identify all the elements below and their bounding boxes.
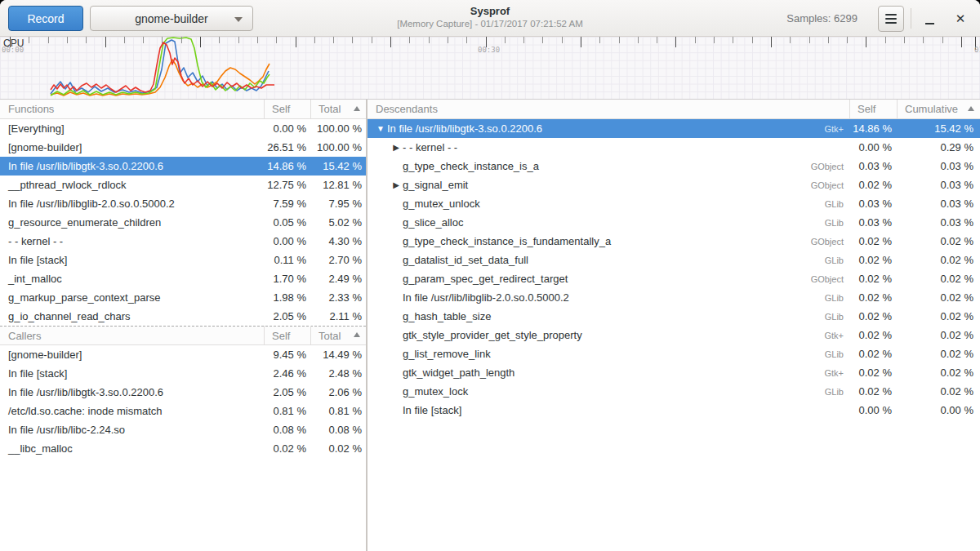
table-row[interactable]: g_resource_enumerate_children0.05 %5.02 …	[0, 213, 366, 232]
table-row[interactable]: g_markup_parse_context_parse1.98 %2.33 %	[0, 288, 366, 307]
table-row[interactable]: In file /usr/lib/libglib-2.0.so.0.5000.2…	[0, 194, 366, 213]
percent-value: 14.86 %	[260, 160, 310, 172]
ruler-tick	[257, 37, 258, 43]
table-row[interactable]: __libc_malloc0.02 %0.02 %	[0, 439, 366, 458]
percent-value: 0.02 %	[310, 442, 366, 455]
table-row[interactable]: In file /usr/lib/libc-2.24.so0.08 %0.08 …	[0, 420, 366, 439]
percent-value: 12.81 %	[310, 179, 366, 191]
table-row[interactable]: In file [stack]2.46 %2.48 %	[0, 364, 366, 383]
table-row[interactable]: In file /usr/lib/libglib-2.0.so.0.5000.2…	[368, 288, 980, 307]
function-name: g_mutex_lock	[403, 385, 825, 398]
cpu-usage-graph[interactable]: CPU 00:0000:3001:00	[0, 37, 980, 100]
ruler-tick	[390, 37, 391, 47]
column-header-total[interactable]: Total	[310, 100, 366, 119]
minimize-button[interactable]	[916, 6, 942, 32]
table-row[interactable]: [gnome-builder]9.45 %14.49 %	[0, 345, 366, 364]
percent-value: 0.02 %	[897, 310, 980, 322]
table-row[interactable]: In file [stack]0.00 %0.00 %	[368, 401, 980, 420]
table-row[interactable]: g_type_check_instance_is_fundamentally_a…	[368, 232, 980, 251]
table-row[interactable]: ▼In file /usr/lib/libgtk-3.so.0.2200.6Gt…	[368, 119, 980, 138]
percent-value: 0.03 %	[849, 216, 897, 229]
function-name: _int_malloc	[0, 273, 260, 285]
ruler-tick	[885, 37, 886, 43]
expander-expanded-icon[interactable]: ▼	[374, 124, 387, 133]
table-row[interactable]: [Everything]0.00 %100.00 %	[0, 119, 366, 138]
percent-value: 0.00 %	[260, 122, 310, 135]
function-name: g_slice_alloc	[403, 216, 825, 229]
table-row[interactable]: _int_malloc1.70 %2.49 %	[0, 269, 366, 288]
table-row[interactable]: /etc/ld.so.cache: inode mismatch0.81 %0.…	[0, 402, 366, 420]
percent-value: 0.02 %	[849, 367, 897, 379]
column-header-self[interactable]: Self	[849, 100, 897, 119]
percent-value: 0.02 %	[849, 310, 897, 322]
table-row[interactable]: g_io_channel_read_chars2.05 %2.11 %	[0, 307, 366, 326]
table-row[interactable]: gtk_style_provider_get_style_propertyGtk…	[368, 326, 980, 344]
table-row[interactable]: __pthread_rwlock_rdlock12.75 %12.81 %	[0, 176, 366, 194]
percent-value: 2.46 %	[260, 367, 310, 380]
table-row[interactable]: ▶g_signal_emitGObject0.02 %0.03 %	[368, 176, 980, 194]
hamburger-menu-button[interactable]	[878, 6, 904, 32]
expander-collapsed-icon[interactable]: ▶	[390, 143, 403, 152]
column-header-total[interactable]: Total	[310, 326, 366, 345]
function-name: - - kernel - -	[0, 235, 260, 247]
column-header-cumulative[interactable]: Cumulative	[897, 100, 980, 119]
table-row[interactable]: g_mutex_lockGLib0.02 %0.02 %	[368, 382, 980, 401]
table-row[interactable]: [gnome-builder]26.51 %100.00 %	[0, 138, 366, 157]
table-row[interactable]: g_datalist_id_set_data_fullGLib0.02 %0.0…	[368, 251, 980, 269]
ruler-tick	[714, 37, 715, 43]
table-row[interactable]: g_type_check_instance_is_aGObject0.03 %0…	[368, 157, 980, 176]
ruler-tick	[790, 37, 791, 43]
ruler-tick	[847, 37, 848, 43]
descendants-table: Descendants Self Cumulative ▼In file /us…	[368, 100, 980, 551]
ruler-tick	[809, 37, 810, 43]
table-row[interactable]: In file [stack]0.11 %2.70 %	[0, 251, 366, 269]
expander-collapsed-icon[interactable]: ▶	[390, 180, 403, 189]
ruler-tick	[124, 37, 125, 43]
percent-value: 14.49 %	[310, 349, 366, 361]
percent-value: 0.02 %	[897, 367, 980, 379]
function-name: g_list_remove_link	[403, 348, 825, 360]
ruler-tick	[448, 37, 448, 43]
column-header-callers[interactable]: Callers	[0, 330, 264, 342]
column-header-functions[interactable]: Functions	[0, 103, 264, 115]
percent-value: 0.03 %	[897, 160, 980, 172]
percent-value: 26.51 %	[260, 141, 310, 153]
column-header-self[interactable]: Self	[264, 326, 310, 345]
functions-rows: [Everything]0.00 %100.00 %[gnome-builder…	[0, 119, 366, 326]
percent-value: 0.00 %	[849, 141, 897, 153]
table-row[interactable]: g_slice_allocGLib0.03 %0.03 %	[368, 213, 980, 232]
percent-value: 0.03 %	[897, 198, 980, 210]
process-selector-dropdown[interactable]: gnome-builder	[90, 6, 253, 31]
record-button[interactable]: Record	[8, 6, 83, 31]
function-name: gtk_style_provider_get_style_property	[403, 329, 824, 341]
function-name: In file /usr/lib/libgtk-3.so.0.2200.6	[0, 160, 260, 172]
percent-value: 0.08 %	[260, 424, 310, 436]
table-row[interactable]: g_hash_table_sizeGLib0.02 %0.02 %	[368, 307, 980, 326]
percent-value: 5.02 %	[310, 216, 366, 229]
table-row[interactable]: In file /usr/lib/libgtk-3.so.0.2200.614.…	[0, 157, 366, 176]
table-row[interactable]: g_param_spec_get_redirect_targetGObject0…	[368, 269, 980, 288]
table-row[interactable]: g_mutex_unlockGLib0.03 %0.03 %	[368, 194, 980, 213]
category-label: GObject	[811, 180, 849, 190]
process-selector-label: gnome-builder	[135, 12, 208, 25]
percent-value: 12.75 %	[260, 179, 310, 191]
percent-value: 0.03 %	[849, 160, 897, 172]
table-row[interactable]: - - kernel - -0.00 %4.30 %	[0, 232, 366, 251]
category-label: GLib	[825, 349, 849, 359]
table-row[interactable]: g_list_remove_linkGLib0.02 %0.02 %	[368, 344, 980, 363]
category-label: GObject	[811, 274, 849, 284]
function-name: gtk_widget_path_length	[403, 367, 824, 379]
table-row[interactable]: ▶- - kernel - -0.00 %0.29 %	[368, 138, 980, 157]
table-row[interactable]: gtk_widget_path_lengthGtk+0.02 %0.02 %	[368, 363, 980, 382]
percent-value: 2.05 %	[260, 310, 310, 322]
column-header-self[interactable]: Self	[264, 100, 310, 119]
percent-value: 0.29 %	[897, 141, 980, 153]
percent-value: 0.05 %	[260, 216, 310, 229]
table-row[interactable]: In file /usr/lib/libgtk-3.so.0.2200.62.0…	[0, 383, 366, 402]
ruler-tick	[505, 37, 506, 43]
column-header-descendants[interactable]: Descendants	[368, 103, 849, 115]
percent-value: 100.00 %	[310, 141, 366, 153]
minimize-icon	[925, 23, 934, 24]
function-name: [Everything]	[0, 122, 260, 135]
close-button[interactable]: ✕	[947, 6, 973, 32]
